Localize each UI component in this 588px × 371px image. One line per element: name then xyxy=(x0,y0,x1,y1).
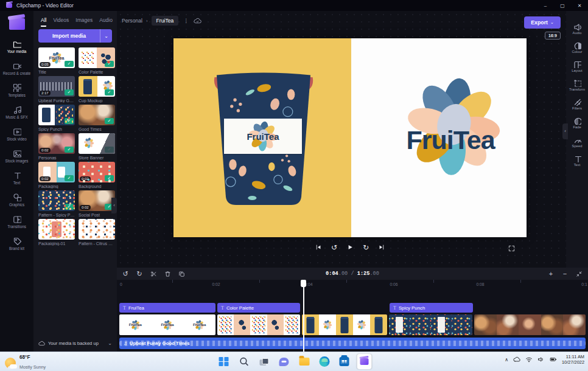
text-clip-spicy-punch[interactable]: T Spicy Punch xyxy=(390,303,473,313)
edge-button[interactable] xyxy=(317,354,332,369)
tools-collapse-handle[interactable]: ‹ xyxy=(562,123,568,139)
media-panel: All Videos Images Audio Import media ⌄ F… xyxy=(33,11,117,352)
minimize-button[interactable]: – xyxy=(537,0,554,11)
media-item-packaiging-01[interactable]: Packaiging-01 xyxy=(38,219,75,246)
aspect-ratio-badge[interactable]: 16:9 xyxy=(545,32,561,40)
playhead-handle[interactable] xyxy=(301,280,306,287)
tab-audio[interactable]: Audio xyxy=(99,17,113,27)
media-item-store-banner[interactable]: ✓ Store Banner xyxy=(79,133,115,160)
media-item-color-palette[interactable]: ✓ Color Palette xyxy=(79,47,115,74)
zoom-in-button[interactable]: + xyxy=(545,269,556,279)
breadcrumb-personal[interactable]: Personal xyxy=(122,18,142,24)
tab-videos[interactable]: Videos xyxy=(53,17,69,27)
rewind-1s-button[interactable]: ↺ xyxy=(331,243,338,251)
fullscreen-button[interactable] xyxy=(508,244,516,252)
taskbar-clock[interactable]: 11:11 AM 10/27/2022 xyxy=(562,354,584,365)
media-item-background[interactable]: 0:02 ✓ Background xyxy=(79,162,115,189)
import-media-button[interactable]: Import media ⌄ xyxy=(38,29,112,43)
speaker-icon xyxy=(573,23,581,30)
sidebar-item-text[interactable]: Text xyxy=(0,167,33,189)
tool-audio[interactable]: Audio xyxy=(566,19,588,38)
media-item-packaging[interactable]: 0:02 ✓ Packaging xyxy=(38,162,75,189)
media-backup-status[interactable]: Your media is backed up ⌄ xyxy=(33,337,117,349)
cloud-saved-icon[interactable] xyxy=(194,18,201,24)
media-item-personas[interactable]: 0:02 ✓ Personas xyxy=(38,133,75,160)
sidebar-item-brand-kit[interactable]: Brand kit xyxy=(0,233,33,255)
tab-all[interactable]: All xyxy=(41,17,46,27)
zoom-out-button[interactable]: − xyxy=(559,269,570,279)
delete-button[interactable] xyxy=(162,269,173,279)
close-button[interactable]: ✕ xyxy=(571,0,588,11)
export-button[interactable]: Export ⌄ xyxy=(524,16,561,29)
tool-fade[interactable]: Fade xyxy=(566,114,588,133)
taskbar-center-icons xyxy=(217,354,372,369)
sidebar-item-your-media[interactable]: Your media xyxy=(0,36,33,58)
tool-colour[interactable]: Colour xyxy=(566,38,588,57)
playhead[interactable] xyxy=(300,280,307,352)
chevron-down-icon[interactable]: ⌄ xyxy=(108,341,112,346)
media-item-title[interactable]: FruiTea 0:05 ✓ Title xyxy=(38,47,75,74)
onedrive-cloud-icon[interactable] xyxy=(513,356,520,363)
split-scissors-button[interactable] xyxy=(148,269,159,279)
skip-to-end-button[interactable] xyxy=(378,243,386,251)
duplicate-button[interactable] xyxy=(176,269,187,279)
tool-text[interactable]: Text xyxy=(566,151,588,170)
preview-canvas[interactable]: FruiTea FruiTea xyxy=(173,38,527,237)
video-clip-good-times[interactable] xyxy=(474,314,586,335)
tool-filters[interactable]: Filters xyxy=(566,95,588,114)
project-name[interactable]: FruiTea xyxy=(152,16,179,26)
audio-clip-upbeat-funky-good-times[interactable]: ♫ Upbeat Funky Good Times xyxy=(119,338,586,349)
start-button[interactable] xyxy=(217,354,231,369)
text-clip-fruitea[interactable]: T FruiTea xyxy=(119,303,215,313)
media-item-pattern-spicy-punch[interactable]: ✓ Pattern - Spicy Punch xyxy=(38,190,75,217)
forward-1s-button[interactable]: ↻ xyxy=(362,243,370,251)
zoom-fit-button[interactable] xyxy=(573,269,584,279)
battery-icon[interactable] xyxy=(550,356,557,363)
clipchamp-taskbar-button[interactable] xyxy=(357,354,372,369)
file-explorer-button[interactable] xyxy=(297,354,312,369)
media-item-good-times[interactable]: ✓ Good Times xyxy=(79,105,115,131)
media-item-cup-mockup[interactable]: ✓ Cup Mockup xyxy=(79,76,115,103)
video-clip-spicy-punch[interactable] xyxy=(389,314,472,335)
chat-button[interactable] xyxy=(277,354,292,369)
media-item-upbeat-audio[interactable]: 2:17 ✓ Upbeat Funky Good Tim.. xyxy=(38,76,75,103)
sidebar-item-stock-video[interactable]: Stock video xyxy=(0,123,33,145)
media-item-social-post[interactable]: 0:02 ✓ Social Post xyxy=(79,190,115,217)
added-check-badge: ✓ xyxy=(65,147,74,153)
timeline-ruler[interactable]: 0 0:02 0:04 0:06 0:08 0:1 xyxy=(117,280,588,291)
redo-button[interactable]: ↻ xyxy=(134,269,145,279)
video-clip-color-palette[interactable] xyxy=(217,314,300,335)
sidebar-item-stock-images[interactable]: Stock images xyxy=(0,145,33,167)
video-clip-title[interactable]: FruiTea FruiTea FruiTea xyxy=(119,314,215,335)
panel-collapse-handle[interactable]: ‹ xyxy=(111,198,117,213)
sidebar-item-transitions[interactable]: Transitions xyxy=(0,211,33,233)
tray-chevron-up-icon[interactable]: ∧ xyxy=(505,357,508,362)
text-clip-color-palette[interactable]: T Color Palette xyxy=(217,303,300,313)
import-dropdown-chevron-icon[interactable]: ⌄ xyxy=(100,29,112,43)
more-options-icon[interactable]: ⋮ xyxy=(182,18,190,24)
tool-speed[interactable]: Speed xyxy=(566,133,588,151)
search-button[interactable] xyxy=(237,354,251,369)
sidebar-item-templates[interactable]: Templates xyxy=(0,80,33,102)
play-button[interactable] xyxy=(346,243,354,251)
tool-layout[interactable]: Layout xyxy=(566,57,588,76)
volume-icon[interactable] xyxy=(537,356,545,363)
media-item-pattern-citrus-blast[interactable]: Pattern - Citrus Blast xyxy=(79,219,115,246)
export-chevron-icon: ⌄ xyxy=(550,20,554,25)
maximize-button[interactable]: ▢ xyxy=(554,0,571,11)
skip-to-start-button[interactable] xyxy=(315,243,323,251)
nav-sidebar: Your media Record & create Templates Mus… xyxy=(0,11,33,352)
media-item-spicy-punch[interactable]: ✓ Spicy Punch xyxy=(38,105,75,131)
task-view-button[interactable] xyxy=(257,354,271,369)
taskbar-weather-widget[interactable]: 68°F Mostly Sunny xyxy=(5,355,46,371)
sidebar-item-music-sfx[interactable]: Music & SFX xyxy=(0,102,33,123)
sidebar-item-record-create[interactable]: Record & create xyxy=(0,58,33,80)
wifi-icon[interactable] xyxy=(525,356,533,363)
tab-images[interactable]: Images xyxy=(75,17,93,27)
sidebar-item-graphics[interactable]: Graphics xyxy=(0,189,33,211)
undo-button[interactable]: ↺ xyxy=(120,269,131,279)
tool-transform[interactable]: Transform xyxy=(566,76,588,95)
microsoft-store-button[interactable] xyxy=(337,354,352,369)
video-clip-cup-mockup[interactable] xyxy=(302,314,387,335)
music-icon xyxy=(13,105,21,114)
